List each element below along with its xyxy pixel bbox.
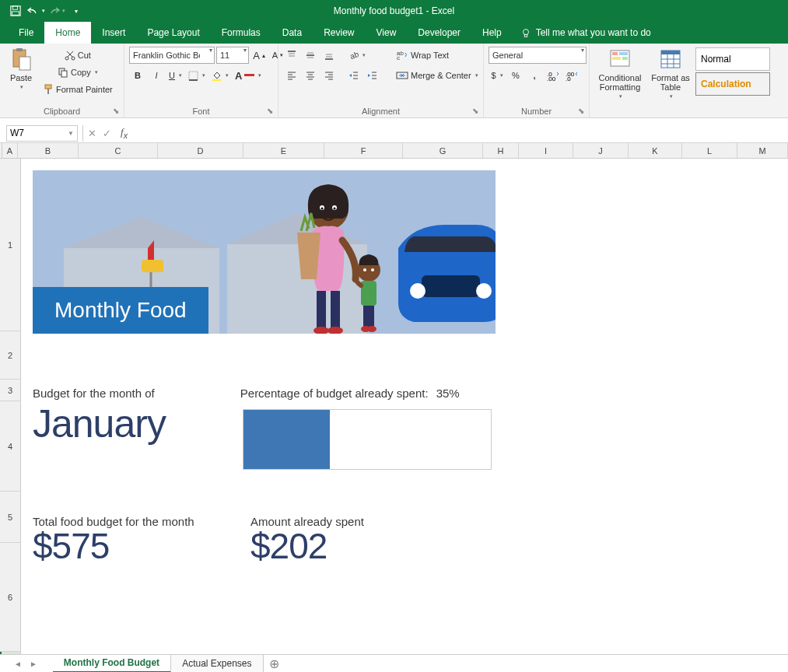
outdent-icon (348, 70, 359, 81)
formula-input[interactable] (132, 125, 788, 142)
increase-indent-button[interactable] (364, 67, 381, 84)
col-header-F[interactable]: F (324, 143, 403, 158)
row-header-6[interactable]: 6 (0, 543, 20, 652)
ribbon: Paste▾ Cut Copy▾ Format Painter Clipboar… (0, 44, 788, 118)
style-normal[interactable]: Normal (695, 47, 770, 71)
align-center-icon (305, 70, 316, 81)
number-launcher[interactable]: ⬊ (576, 106, 586, 115)
decrease-decimal-button[interactable]: .00.0 (563, 67, 580, 84)
svg-text:ab: ab (349, 50, 359, 61)
tell-me-search[interactable]: Tell me what you want to do (520, 27, 651, 38)
paste-button[interactable]: Paste▾ (5, 47, 37, 90)
tab-file[interactable]: File (8, 22, 44, 44)
tab-page-layout[interactable]: Page Layout (136, 22, 210, 44)
number-format-select[interactable] (489, 47, 587, 64)
svg-point-92 (371, 268, 374, 271)
row-header-4[interactable]: 4 (0, 401, 20, 492)
tab-help[interactable]: Help (471, 22, 513, 44)
align-middle-button[interactable] (302, 47, 319, 64)
align-right-button[interactable] (320, 67, 338, 84)
sheet-tab-actual-expenses[interactable]: Actual Expenses (171, 655, 263, 673)
col-header-J[interactable]: J (573, 143, 629, 158)
tab-review[interactable]: Review (313, 22, 365, 44)
increase-decimal-button[interactable]: .0.00 (545, 67, 562, 84)
wrap-text-button[interactable]: abcWrap Text (394, 47, 487, 64)
tab-insert[interactable]: Insert (91, 22, 136, 44)
col-header-B[interactable]: B (18, 143, 79, 158)
border-button[interactable]: ▾ (186, 67, 208, 84)
clipboard-launcher[interactable]: ⬊ (111, 106, 121, 115)
col-header-E[interactable]: E (243, 143, 324, 158)
fill-color-button[interactable]: ▾ (209, 67, 231, 84)
conditional-formatting-button[interactable]: Conditional Formatting▾ (594, 47, 646, 100)
col-header-K[interactable]: K (629, 143, 682, 158)
inc-decimal-icon: .0.00 (547, 70, 559, 81)
italic-button[interactable]: I (148, 67, 165, 84)
decrease-indent-button[interactable] (345, 67, 362, 84)
merge-center-button[interactable]: Merge & Center▾ (394, 67, 487, 84)
scissors-icon (65, 50, 75, 61)
align-bottom-button[interactable] (320, 47, 338, 64)
sheet-tab-monthly-food-budget[interactable]: Monthly Food Budget (53, 655, 171, 673)
ribbon-tabs: File Home Insert Page Layout Formulas Da… (0, 22, 788, 44)
row-header-5[interactable]: 5 (0, 492, 20, 543)
qat-customize[interactable]: ▾ (67, 2, 86, 19)
redo-button[interactable]: ▾ (47, 2, 65, 19)
sheet-nav-prev[interactable]: ◄ (14, 660, 22, 668)
undo-button[interactable]: ▾ (26, 2, 45, 19)
bold-button[interactable]: B (129, 67, 146, 84)
currency-button[interactable]: $▾ (489, 67, 506, 84)
svg-text:.0: .0 (566, 75, 571, 81)
col-header-G[interactable]: G (403, 143, 483, 158)
row-header-1[interactable]: 1 (0, 159, 20, 331)
group-font: ▾ ▾ A▴ A▾ B I U▾ ▾ ▾ A▾ Font ⬊ (124, 44, 278, 117)
row-header-2[interactable]: 2 (0, 331, 20, 380)
svg-rect-56 (622, 57, 628, 60)
cancel-formula-button[interactable]: ✕ (88, 128, 96, 139)
svg-point-79 (410, 283, 426, 299)
format-as-table-button[interactable]: Format as Table▾ (649, 47, 692, 100)
col-header-I[interactable]: I (519, 143, 573, 158)
alignment-launcher[interactable]: ⬊ (471, 106, 480, 115)
col-header-C[interactable]: C (79, 143, 158, 158)
name-box[interactable]: W7 ▼ (6, 125, 78, 142)
cut-button[interactable]: Cut (40, 47, 115, 64)
style-calculation[interactable]: Calculation (695, 72, 770, 96)
col-header-L[interactable]: L (682, 143, 737, 158)
comma-button[interactable]: , (526, 67, 543, 84)
percent-button[interactable]: % (507, 67, 524, 84)
font-color-button[interactable]: A▾ (233, 67, 264, 84)
font-launcher[interactable]: ⬊ (265, 106, 275, 115)
align-top-button[interactable] (283, 47, 300, 64)
row-header-3[interactable]: 3 (0, 380, 20, 401)
fx-icon[interactable]: fx (121, 126, 128, 140)
underline-button[interactable]: U▾ (166, 67, 184, 84)
enter-formula-button[interactable]: ✓ (103, 128, 111, 139)
align-left-button[interactable] (283, 67, 300, 84)
tab-view[interactable]: View (366, 22, 408, 44)
tab-home[interactable]: Home (44, 22, 91, 44)
cells[interactable]: Monthly Food Budget for the month of Per… (21, 159, 788, 664)
sheet-nav-next[interactable]: ► (30, 660, 37, 668)
add-sheet-button[interactable]: ⊕ (264, 656, 285, 671)
tab-developer[interactable]: Developer (407, 22, 471, 44)
format-painter-button[interactable]: Format Painter (40, 81, 115, 98)
col-header-A[interactable]: A (2, 143, 18, 158)
col-header-D[interactable]: D (158, 143, 243, 158)
title-bar: ▾ ▾ ▾ Monthly food budget1 - Excel (0, 0, 788, 22)
col-header-M[interactable]: M (737, 143, 788, 158)
svg-rect-75 (142, 260, 163, 272)
svg-rect-1 (13, 6, 18, 9)
increase-font-button[interactable]: A▴ (250, 47, 268, 64)
orientation-icon: ab (348, 50, 359, 61)
tab-data[interactable]: Data (271, 22, 313, 44)
copy-button[interactable]: Copy▾ (40, 64, 115, 81)
save-button[interactable] (6, 2, 25, 19)
tab-formulas[interactable]: Formulas (211, 22, 271, 44)
col-header-H[interactable]: H (483, 143, 519, 158)
orientation-button[interactable]: ab▾ (345, 47, 368, 64)
svg-rect-93 (361, 281, 376, 306)
svg-rect-54 (619, 52, 628, 55)
align-center-button[interactable] (302, 67, 319, 84)
font-name-select[interactable] (129, 47, 215, 64)
